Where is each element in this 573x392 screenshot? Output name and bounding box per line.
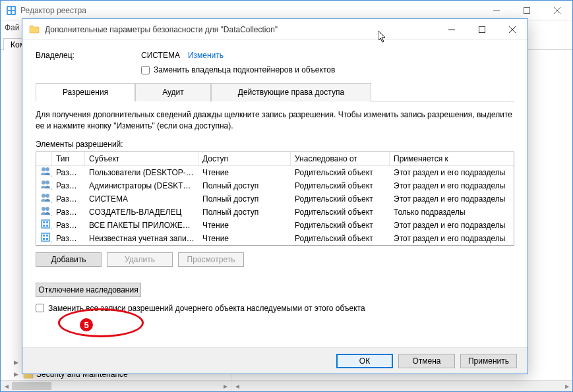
cell-subject: СОЗДАТЕЛЬ-ВЛАДЕЛЕЦ bbox=[85, 206, 198, 219]
svg-rect-4 bbox=[12, 11, 15, 14]
permission-row[interactable]: Разр…ВСЕ ПАКЕТЫ ПРИЛОЖЕНИЙЧтениеРодитель… bbox=[36, 219, 514, 232]
replace-owner-row: Заменить владельца подконтейнеров и объе… bbox=[141, 65, 514, 74]
svg-rect-10 bbox=[479, 26, 485, 32]
minimize-button[interactable] bbox=[481, 1, 512, 20]
cell-inherited: Родительский объект bbox=[291, 192, 390, 206]
ok-button[interactable]: ОК bbox=[336, 354, 393, 368]
svg-rect-2 bbox=[12, 7, 15, 10]
tab-audit[interactable]: Аудит bbox=[135, 83, 211, 101]
add-button[interactable]: Добавить bbox=[36, 252, 102, 267]
replace-owner-checkbox[interactable] bbox=[141, 66, 150, 74]
cell-inherited: Родительский объект bbox=[291, 206, 390, 219]
menu-file[interactable]: Фай bbox=[5, 23, 20, 32]
svg-point-13 bbox=[42, 167, 45, 171]
scroll-right-icon[interactable]: ▸ bbox=[220, 381, 231, 391]
permissions-header: Тип Субъект Доступ Унаследовано от Приме… bbox=[36, 152, 514, 166]
replace-child-checkbox[interactable] bbox=[36, 304, 44, 312]
view-button: Просмотреть bbox=[178, 252, 244, 267]
cell-inherited: Родительский объект bbox=[291, 219, 390, 232]
cell-type: Разр… bbox=[52, 219, 85, 232]
cell-type: Разр… bbox=[52, 179, 85, 192]
cancel-button[interactable]: Отмена bbox=[398, 354, 455, 368]
tab-permissions[interactable]: Разрешения bbox=[36, 83, 135, 101]
remove-button: Удалить bbox=[107, 252, 173, 267]
cell-access: Полный доступ bbox=[198, 179, 291, 192]
disable-inheritance-button[interactable]: Отключение наследования bbox=[36, 283, 141, 297]
cell-type: Разр… bbox=[52, 232, 85, 245]
cell-applies: Этот раздел и его подразделы bbox=[390, 192, 514, 206]
cell-applies: Этот раздел и его подразделы bbox=[390, 166, 514, 179]
maximize-button[interactable] bbox=[467, 19, 497, 40]
regedit-icon bbox=[6, 5, 16, 16]
col-inherited[interactable]: Унаследовано от bbox=[291, 152, 390, 165]
svg-rect-26 bbox=[42, 233, 49, 241]
scrollbar-thumb[interactable] bbox=[12, 382, 51, 390]
cell-access: Полный доступ bbox=[198, 192, 291, 206]
cell-access: Чтение bbox=[198, 166, 291, 179]
scroll-left-icon[interactable]: ◂ bbox=[231, 381, 243, 391]
chevron-right-icon[interactable]: ▶ bbox=[14, 359, 20, 366]
info-text: Для получения дополнительных сведений дв… bbox=[36, 109, 514, 132]
scroll-right-icon[interactable]: ▸ bbox=[561, 381, 572, 391]
folder-icon bbox=[29, 24, 40, 35]
cell-inherited: Родительский объект bbox=[291, 166, 390, 179]
apply-button[interactable]: Применить bbox=[460, 354, 517, 368]
cell-type: Разр… bbox=[52, 206, 85, 219]
close-button[interactable] bbox=[542, 1, 572, 20]
change-owner-link[interactable]: Изменить bbox=[188, 51, 224, 60]
dialog-title: Дополнительные параметры безопасности дл… bbox=[45, 25, 437, 34]
cell-applies: Этот раздел и его подразделы bbox=[390, 232, 514, 245]
chevron-right-icon[interactable]: ▶ bbox=[14, 371, 20, 378]
svg-point-20 bbox=[45, 207, 49, 211]
permission-row[interactable]: Разр…СОЗДАТЕЛЬ-ВЛАДЕЛЕЦПолный доступРоди… bbox=[36, 206, 514, 219]
cell-type: Разр… bbox=[52, 192, 85, 206]
dialog-body: Владелец: СИСТЕМА Изменить Заменить влад… bbox=[22, 40, 528, 320]
cell-access: Чтение bbox=[198, 219, 291, 232]
close-button[interactable] bbox=[497, 19, 528, 40]
cell-access: Полный доступ bbox=[198, 206, 291, 219]
svg-rect-28 bbox=[46, 235, 48, 237]
scroll-left-icon[interactable]: ◂ bbox=[1, 381, 12, 391]
replace-child-row: Заменить все записи разрешений дочернего… bbox=[36, 304, 514, 313]
permissions-table: Тип Субъект Доступ Унаследовано от Приме… bbox=[36, 152, 514, 246]
minimize-button[interactable] bbox=[437, 19, 467, 40]
inheritance-section: Отключение наследования bbox=[36, 283, 514, 297]
col-type[interactable]: Тип bbox=[52, 152, 85, 165]
svg-rect-1 bbox=[8, 7, 11, 10]
svg-rect-29 bbox=[43, 238, 45, 240]
cell-type: Разр… bbox=[52, 166, 85, 179]
svg-point-16 bbox=[45, 181, 49, 184]
svg-point-14 bbox=[45, 167, 49, 171]
tree-horizontal-scrollbar[interactable]: ◂ ▸ bbox=[1, 380, 231, 391]
maximize-button[interactable] bbox=[512, 1, 542, 20]
dialog-footer: ОК Отмена Применить bbox=[22, 347, 528, 374]
cell-access: Чтение bbox=[198, 232, 291, 245]
svg-rect-22 bbox=[43, 221, 45, 223]
permission-row[interactable]: Разр…Администраторы (DESKTOP-…Полный дос… bbox=[36, 179, 514, 192]
cell-subject: СИСТЕМА bbox=[85, 192, 198, 206]
owner-row: Владелец: СИСТЕМА Изменить bbox=[36, 51, 514, 60]
regedit-titlebar: Редактор реестра bbox=[1, 1, 572, 20]
col-applies[interactable]: Применяется к bbox=[390, 152, 514, 165]
advanced-security-dialog: Дополнительные параметры безопасности дл… bbox=[22, 18, 528, 374]
svg-rect-21 bbox=[42, 220, 49, 228]
permission-row[interactable]: Разр…Пользователи (DESKTOP-AC…ЧтениеРоди… bbox=[36, 166, 514, 179]
owner-label: Владелец: bbox=[36, 51, 141, 60]
permission-row[interactable]: Разр…СИСТЕМАПолный доступРодительский об… bbox=[36, 192, 514, 206]
cell-subject: Пользователи (DESKTOP-AC… bbox=[85, 166, 198, 179]
owner-value: СИСТЕМА bbox=[141, 51, 180, 60]
replace-child-label: Заменить все записи разрешений дочернего… bbox=[48, 304, 365, 313]
values-horizontal-scrollbar[interactable]: ◂ ▸ bbox=[231, 380, 572, 391]
col-subject[interactable]: Субъект bbox=[85, 152, 198, 165]
dialog-tabs: Разрешения Аудит Действующие права досту… bbox=[36, 82, 514, 101]
tab-effective-access[interactable]: Действующие права доступа bbox=[211, 83, 371, 101]
cell-inherited: Родительский объект bbox=[291, 232, 390, 245]
cell-applies: Этот раздел и его подразделы bbox=[390, 219, 514, 232]
permission-row[interactable]: Разр…Неизвестная учетная запис…ЧтениеРод… bbox=[36, 232, 514, 245]
cell-subject: Неизвестная учетная запис… bbox=[85, 232, 198, 245]
principal-icon bbox=[36, 230, 52, 246]
col-access[interactable]: Доступ bbox=[198, 152, 291, 165]
svg-point-19 bbox=[42, 207, 45, 211]
svg-rect-3 bbox=[8, 11, 11, 14]
svg-rect-6 bbox=[524, 7, 530, 13]
